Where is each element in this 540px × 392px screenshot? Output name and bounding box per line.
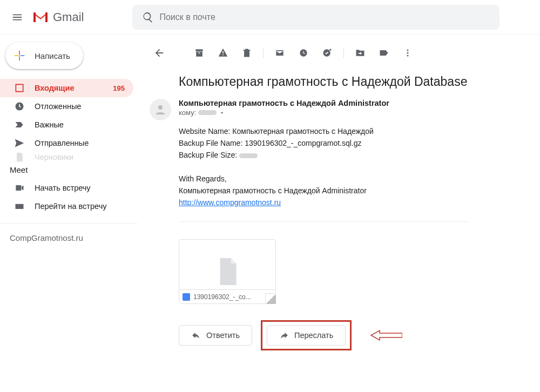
size-redacted [239, 153, 258, 158]
svg-rect-0 [19, 55, 20, 56]
clock-icon [14, 101, 25, 112]
app-name: Gmail [53, 10, 84, 24]
move-button[interactable] [349, 42, 371, 64]
avatar-icon[interactable] [150, 99, 171, 120]
label-button[interactable] [373, 42, 395, 64]
email-toolbar [140, 40, 540, 66]
toolbar-separator [343, 48, 344, 58]
recipient-line[interactable]: кому: [179, 109, 540, 117]
recipient-redacted [198, 110, 217, 115]
search-input[interactable] [159, 12, 495, 22]
email-subject: Компьютерная грамотность с Надеждой Data… [140, 66, 540, 99]
sidebar: Написать Входящие 195 Отложенные Важные [0, 35, 138, 392]
forward-icon [279, 330, 289, 340]
sidebar-item-sent[interactable]: Отправленные [0, 134, 133, 152]
file-icon [217, 258, 238, 285]
app-header: Gmail [0, 0, 540, 35]
sidebar-item-drafts[interactable]: Черновики [0, 152, 133, 162]
svg-rect-2 [16, 204, 24, 209]
email-actions: Ответить Переслать [179, 320, 540, 350]
report-spam-button[interactable] [212, 42, 234, 64]
body-link[interactable]: http://www.compgramotnost.ru [179, 198, 281, 207]
meet-join-button[interactable]: Перейти на встречу [0, 197, 133, 215]
svg-point-8 [158, 105, 163, 110]
chevron-down-icon [219, 110, 225, 116]
compose-label: Написать [35, 51, 70, 60]
send-icon [14, 138, 25, 148]
gmail-logo-icon [32, 11, 49, 23]
compose-button[interactable]: Написать [5, 42, 83, 69]
keyboard-icon [14, 201, 25, 212]
archive-button[interactable] [188, 42, 210, 64]
toolbar-separator [263, 48, 264, 58]
meet-section-title: Meet [0, 162, 138, 179]
back-button[interactable] [148, 42, 170, 64]
sender-name: Компьютерная грамотность с Надеждой Admi… [179, 99, 389, 107]
plus-icon [12, 48, 27, 63]
hangouts-section-label: CompGramotnost.ru [0, 224, 138, 242]
search-icon[interactable] [142, 11, 154, 23]
attachment-name: 1390196302_-_co... [193, 293, 272, 301]
svg-point-5 [407, 50, 409, 51]
inbox-icon [14, 83, 25, 93]
email-body: Website Name: Компьютерная грамотность с… [179, 125, 540, 208]
attachment[interactable]: 1390196302_-_co... [179, 239, 276, 304]
add-task-button[interactable] [316, 42, 338, 64]
important-icon [14, 119, 25, 130]
main-content: Компьютерная грамотность с Надеждой Data… [138, 35, 540, 392]
delete-button[interactable] [236, 42, 258, 64]
email-message: Компьютерная грамотность с Надеждой Admi… [140, 99, 540, 350]
reply-button[interactable]: Ответить [179, 325, 252, 346]
forward-button[interactable]: Переслать [267, 325, 346, 346]
meet-new-button[interactable]: Начать встречу [0, 179, 133, 197]
svg-point-7 [407, 55, 409, 57]
sidebar-item-important[interactable]: Важные [0, 116, 133, 134]
reply-icon [191, 330, 201, 340]
arrow-annotation [370, 329, 402, 341]
camera-icon [14, 183, 25, 193]
search-bar[interactable] [132, 5, 500, 30]
snooze-button[interactable] [293, 42, 314, 64]
attachment-fold-corner [265, 293, 276, 304]
sidebar-item-snoozed[interactable]: Отложенные [0, 97, 133, 116]
more-button[interactable] [397, 42, 418, 64]
svg-point-6 [407, 52, 409, 54]
file-icon [14, 152, 25, 162]
attachment-footer: 1390196302_-_co... [179, 289, 275, 303]
file-type-icon [183, 293, 190, 301]
gmail-logo[interactable]: Gmail [32, 10, 84, 24]
highlight-annotation: Переслать [261, 320, 352, 350]
menu-icon[interactable] [4, 4, 30, 30]
sidebar-item-inbox[interactable]: Входящие 195 [0, 79, 133, 97]
mark-unread-button[interactable] [269, 42, 291, 64]
